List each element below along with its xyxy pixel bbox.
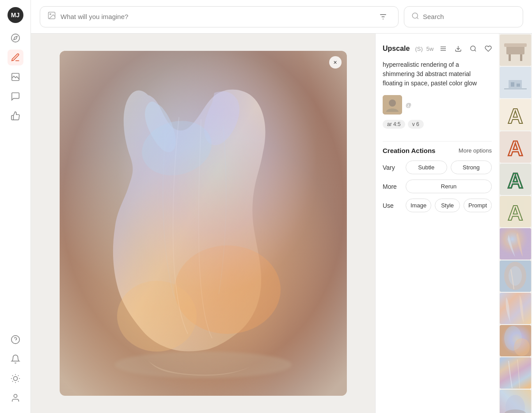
svg-point-65 <box>509 266 522 286</box>
create-icon[interactable] <box>8 50 23 65</box>
search-icon <box>411 12 419 22</box>
svg-text:A: A <box>508 104 523 128</box>
svg-rect-62 <box>500 228 531 260</box>
svg-text:A: A <box>508 201 523 225</box>
svg-point-35 <box>471 46 475 51</box>
main-image <box>60 51 347 396</box>
image-area: × <box>31 34 375 413</box>
svg-point-69 <box>514 338 530 356</box>
use-label: Use <box>383 202 402 209</box>
vary-strong-button[interactable]: Strong <box>451 161 492 174</box>
more-label: More <box>383 183 402 190</box>
svg-point-14 <box>14 394 17 398</box>
panel-thumbnail[interactable] <box>383 95 402 115</box>
chat-icon[interactable] <box>8 88 23 104</box>
svg-line-21 <box>417 17 418 19</box>
use-prompt-button[interactable]: Prompt <box>464 199 492 212</box>
svg-rect-42 <box>520 54 522 61</box>
vary-row: Vary Subtle Strong <box>383 161 492 174</box>
image-card: × <box>60 51 347 396</box>
thumbnail-item[interactable] <box>500 34 531 66</box>
close-button[interactable]: × <box>329 56 342 69</box>
thumbnail-row: @ <box>383 95 492 115</box>
avatar[interactable]: MJ <box>8 7 23 23</box>
use-image-button[interactable]: Image <box>406 199 431 212</box>
svg-rect-48 <box>517 84 520 87</box>
thumbnail-item[interactable] <box>500 260 531 292</box>
svg-line-13 <box>18 375 18 376</box>
panel-title: Upscale <box>383 45 410 53</box>
svg-marker-1 <box>14 36 17 40</box>
like-icon[interactable] <box>8 108 23 124</box>
more-row: More Rerun <box>383 180 492 193</box>
right-panel: Upscale (S) 5w <box>375 34 499 413</box>
thumbnail-item[interactable] <box>500 357 531 389</box>
use-row: Use Image Style Prompt <box>383 199 492 212</box>
svg-rect-47 <box>511 82 514 87</box>
rerun-button[interactable]: Rerun <box>406 180 492 193</box>
vary-buttons: Subtle Strong <box>406 161 492 174</box>
panel-tags: ar 4:5 v 6 <box>383 120 492 129</box>
use-buttons: Image Style Prompt <box>406 199 492 212</box>
panel-actions <box>437 42 494 55</box>
search-zoom-icon[interactable] <box>467 42 479 55</box>
bell-icon[interactable] <box>8 351 23 367</box>
thumbnail-item[interactable] <box>500 325 531 356</box>
svg-rect-29 <box>60 51 347 396</box>
svg-point-5 <box>13 376 17 380</box>
creation-actions-title: Creation Actions <box>383 147 435 154</box>
svg-text:A: A <box>508 169 523 192</box>
svg-point-30 <box>115 352 292 378</box>
menu-icon[interactable] <box>437 42 449 55</box>
sidebar: MJ <box>0 0 31 413</box>
thumbnail-item[interactable]: A A <box>500 196 531 227</box>
svg-point-16 <box>50 14 51 15</box>
thumbnail-item[interactable] <box>500 228 531 260</box>
compass-icon[interactable] <box>8 30 23 46</box>
heart-icon[interactable] <box>482 42 494 55</box>
topbar <box>31 0 532 34</box>
svg-rect-66 <box>500 293 531 324</box>
more-buttons: Rerun <box>406 180 492 193</box>
tag-v: v 6 <box>408 120 424 129</box>
search-bar[interactable] <box>404 6 523 27</box>
brightness-icon[interactable] <box>8 371 23 386</box>
thumbnail-item[interactable]: A A <box>500 99 531 130</box>
thumbnail-item[interactable]: A A <box>500 131 531 163</box>
vary-label: Vary <box>383 164 402 171</box>
prompt-input[interactable] <box>61 13 371 20</box>
thumbnail-item[interactable] <box>500 67 531 98</box>
panel-time: 5w <box>426 46 434 52</box>
thumbnail-item[interactable] <box>500 390 531 413</box>
help-icon[interactable] <box>8 332 23 348</box>
gallery-icon[interactable] <box>8 69 23 85</box>
panel-description: hyperrealistic rendering of a shimmering… <box>383 60 492 88</box>
main-area: × <box>31 0 532 413</box>
svg-point-20 <box>412 13 418 18</box>
panel-variant: (S) <box>415 46 422 52</box>
more-options-link[interactable]: More options <box>459 147 492 154</box>
creation-actions-header: Creation Actions More options <box>383 147 492 154</box>
thumbnail-item[interactable]: A A <box>500 164 531 195</box>
svg-point-38 <box>389 99 396 107</box>
image-icon <box>47 11 56 22</box>
use-style-button[interactable]: Style <box>435 199 460 212</box>
svg-point-3 <box>11 336 19 344</box>
filter-icon[interactable] <box>375 9 391 25</box>
prompt-bar[interactable] <box>40 6 399 27</box>
svg-point-0 <box>11 34 19 42</box>
svg-rect-41 <box>509 54 511 61</box>
svg-line-8 <box>12 375 12 376</box>
svg-line-36 <box>475 50 476 51</box>
vary-subtle-button[interactable]: Subtle <box>406 161 447 174</box>
far-right-thumbnails: A A A A A A <box>499 34 532 413</box>
tag-ar: ar 4:5 <box>383 120 405 129</box>
thumbnail-item[interactable] <box>500 293 531 324</box>
download-icon[interactable] <box>452 42 464 55</box>
search-input[interactable] <box>423 13 516 20</box>
svg-line-9 <box>18 381 18 382</box>
svg-line-12 <box>12 381 12 382</box>
account-icon[interactable] <box>8 390 23 406</box>
panel-header: Upscale (S) 5w <box>383 42 492 55</box>
panel-divider <box>383 141 492 141</box>
